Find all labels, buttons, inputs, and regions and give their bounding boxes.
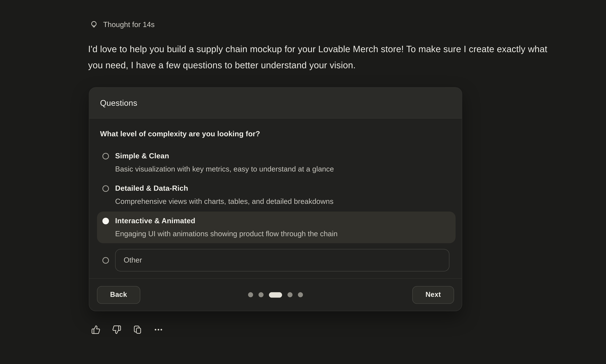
more-options-button[interactable] (154, 325, 163, 335)
progress-dot (258, 292, 264, 297)
progress-dot (248, 292, 253, 297)
copy-button[interactable] (133, 325, 142, 335)
progress-dots (248, 292, 303, 298)
radio-icon[interactable] (102, 185, 109, 192)
option-description: Engaging UI with animations showing prod… (115, 229, 337, 239)
option-label: Interactive & Animated (115, 216, 337, 226)
option-label: Simple & Clean (115, 151, 334, 161)
radio-selected-icon[interactable] (102, 218, 109, 224)
questions-card-header: Questions (89, 88, 462, 118)
progress-dot-active (269, 292, 282, 298)
option-other[interactable] (97, 245, 456, 275)
thumbs-down-icon (112, 325, 121, 335)
copy-icon (133, 325, 142, 335)
thought-duration-label: Thought for 14s (103, 21, 154, 29)
question-text: What level of complexity are you looking… (100, 129, 451, 139)
back-button[interactable]: Back (97, 286, 140, 304)
option-label: Detailed & Data-Rich (115, 183, 334, 193)
thumbs-up-icon (91, 325, 101, 335)
thumbs-up-button[interactable] (91, 325, 101, 335)
progress-dot (298, 292, 303, 297)
other-option-input[interactable] (115, 249, 449, 271)
radio-icon[interactable] (102, 257, 109, 263)
lightbulb-icon (89, 20, 99, 29)
thought-toggle[interactable]: Thought for 14s (89, 20, 155, 29)
questions-card-body: What level of complexity are you looking… (89, 118, 462, 276)
next-button[interactable]: Next (412, 286, 454, 304)
progress-dot (287, 292, 293, 297)
thumbs-down-button[interactable] (112, 325, 121, 335)
card-title: Questions (100, 98, 137, 108)
chat-page: Thought for 14s I'd love to help you bui… (0, 0, 606, 364)
option-interactive-animated[interactable]: Interactive & Animated Engaging UI with … (97, 212, 456, 243)
ellipsis-icon (154, 325, 163, 335)
message-actions (91, 325, 163, 335)
radio-icon[interactable] (102, 153, 109, 159)
option-detailed-data-rich[interactable]: Detailed & Data-Rich Comprehensive views… (97, 179, 456, 211)
option-simple-clean[interactable]: Simple & Clean Basic visualization with … (97, 147, 456, 178)
option-description: Basic visualization with key metrics, ea… (115, 164, 334, 174)
questions-card-footer: Back Next (89, 278, 462, 311)
option-description: Comprehensive views with charts, tables,… (115, 196, 334, 207)
assistant-message-text: I'd love to help you build a supply chai… (88, 41, 548, 73)
questions-card: Questions What level of complexity are y… (89, 87, 462, 311)
